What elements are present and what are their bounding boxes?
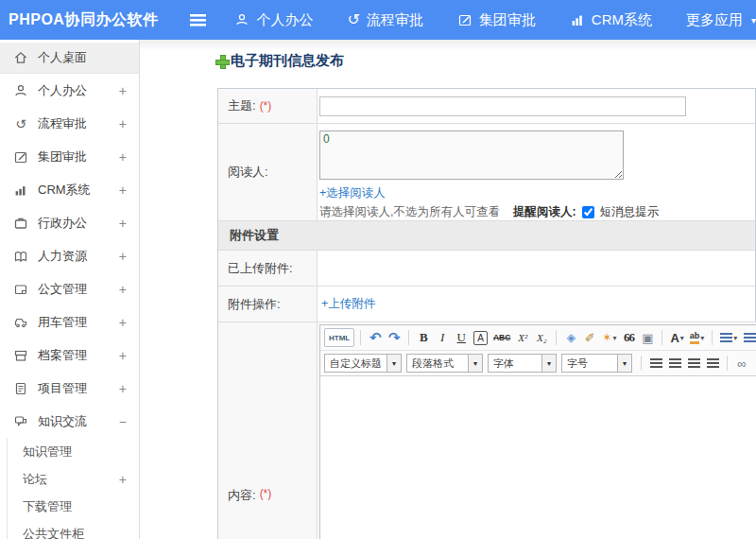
sidebar-item-crm[interactable]: CRM系统 +	[0, 173, 139, 206]
undo-icon[interactable]: ↶	[367, 328, 384, 347]
expand-plus[interactable]: +	[119, 149, 127, 165]
font-color-button[interactable]: A ▾	[668, 328, 685, 347]
html-source-button[interactable]: HTML	[324, 328, 354, 347]
unordered-list-button[interactable]	[741, 328, 756, 347]
upload-attachment-link[interactable]: +上传附件	[321, 296, 375, 312]
bold-button[interactable]: B	[415, 328, 432, 347]
sidebar-item-workflow-approval[interactable]: ↺ 流程审批 +	[0, 107, 139, 140]
sidebar-item-label: 流程审批	[38, 115, 87, 132]
expand-plus[interactable]: +	[119, 216, 127, 231]
page-title: 电子期刊信息发布	[231, 52, 344, 70]
archive-icon	[13, 348, 28, 363]
paragraph-format-select[interactable]: 段落格式 ▾	[406, 354, 483, 373]
paste-icon[interactable]: ▣	[639, 328, 656, 347]
sidebar-subitem-download-mgmt[interactable]: 下载管理	[8, 493, 139, 520]
rich-text-editor: HTML ↶ ↷ B I U A ABC X² X₂	[319, 324, 756, 539]
strikethrough-button[interactable]: ABC	[491, 328, 512, 347]
topnav-label: 流程审批	[367, 11, 423, 29]
readers-textarea[interactable]: 0	[319, 130, 624, 180]
sidebar-item-label: 档案管理	[38, 347, 87, 364]
superscript-button[interactable]: X²	[514, 328, 531, 347]
align-center-icon	[669, 358, 681, 368]
insert-link-icon[interactable]: ∞	[733, 354, 750, 373]
blockquote-button[interactable]: 66	[620, 328, 637, 347]
chevron-down-icon: ▾	[468, 355, 482, 372]
app-window: PHPOA协同办公软件 个人办公 ↺ 流程审批	[0, 0, 756, 539]
attachment-op-label: 附件操作:	[228, 296, 281, 313]
topnav-group-approval[interactable]: 集团审批	[457, 11, 536, 29]
subject-input[interactable]	[319, 96, 686, 116]
expand-plus[interactable]: +	[119, 282, 127, 297]
sidebar-item-label: 公文管理	[38, 281, 87, 298]
sidebar-item-label: 论坛	[23, 471, 47, 488]
readers-label: 阅读人:	[228, 164, 268, 181]
sidebar-item-admin-office[interactable]: 行政办公 +	[0, 206, 139, 239]
expand-plus[interactable]: +	[119, 183, 127, 198]
content-label: 内容:	[228, 487, 256, 504]
justify-button[interactable]	[704, 354, 721, 373]
sidebar-item-archive-mgmt[interactable]: 档案管理 +	[0, 339, 139, 372]
expand-plus[interactable]: +	[119, 249, 127, 264]
format-brush-icon[interactable]: ✐	[581, 328, 598, 347]
font-family-select[interactable]: 字体 ▾	[488, 354, 557, 373]
sidebar-item-group-approval[interactable]: 集团审批 +	[0, 140, 139, 173]
content-row: 内容: (*) HTML ↶ ↷ B I U	[218, 322, 755, 539]
bar-chart-icon	[570, 12, 585, 27]
subject-row: 主题: (*)	[218, 89, 755, 124]
font-style-button[interactable]: A	[473, 331, 488, 345]
sidebar-item-label: 用车管理	[38, 314, 87, 331]
align-center-button[interactable]	[666, 354, 683, 373]
sidebar-item-project-mgmt[interactable]: 项目管理 +	[0, 372, 139, 405]
align-right-button[interactable]	[685, 354, 702, 373]
person-icon	[13, 83, 28, 98]
sidebar: 个人桌面 个人办公 + ↺ 流程审批 + 集团审批	[0, 40, 140, 539]
subscript-button[interactable]: X₂	[533, 328, 550, 347]
sidebar-subitem-knowledge-mgmt[interactable]: 知识管理	[8, 438, 139, 465]
ordered-list-button[interactable]: ▾	[718, 328, 739, 347]
topnav-more-apps[interactable]: 更多应用 ▾	[686, 11, 756, 29]
sidebar-item-hr[interactable]: 人力资源 +	[0, 239, 139, 272]
hamburger-menu-icon[interactable]	[190, 14, 206, 26]
sidebar-item-label: 项目管理	[38, 380, 87, 397]
font-size-select[interactable]: 字号 ▾	[561, 354, 632, 373]
magic-wand-icon: ✶	[602, 331, 611, 344]
sidebar-item-label: 个人桌面	[38, 49, 87, 66]
car-icon	[13, 315, 28, 330]
expand-plus[interactable]: +	[119, 381, 127, 396]
notebook-icon	[13, 381, 28, 396]
sidebar-item-knowledge-exchange[interactable]: 知识交流 −	[0, 405, 139, 438]
remove-link-icon[interactable]: ∞	[752, 354, 756, 373]
topnav-personal-office[interactable]: 个人办公	[234, 11, 313, 29]
highlight-color-button[interactable]: ab ▾	[688, 328, 707, 347]
sidebar-item-personal-office[interactable]: 个人办公 +	[0, 74, 139, 107]
topnav-workflow-approval[interactable]: ↺ 流程审批	[347, 11, 422, 29]
expand-plus[interactable]: +	[119, 315, 127, 330]
expand-plus[interactable]: +	[119, 116, 127, 131]
expand-plus[interactable]: +	[119, 83, 127, 98]
redo-icon[interactable]: ↷	[386, 328, 403, 347]
publish-form: 主题: (*) 阅读人: 0 +选择阅读人 请选择阅	[217, 88, 756, 539]
expand-plus[interactable]: +	[119, 472, 127, 487]
custom-title-select[interactable]: 自定义标题 ▾	[324, 354, 402, 373]
sidebar-item-document-mgmt[interactable]: 公文管理 +	[0, 272, 139, 305]
underline-button[interactable]: U	[453, 328, 470, 347]
topnav-crm[interactable]: CRM系统	[570, 11, 652, 29]
sidebar-subitem-public-cabinet[interactable]: 公共文件柜	[8, 520, 139, 539]
required-mark: (*)	[260, 99, 272, 113]
sidebar-item-label: 行政办公	[38, 215, 87, 232]
sidebar-subitem-forum[interactable]: 论坛 +	[8, 465, 139, 493]
editor-toolbar-row1: HTML ↶ ↷ B I U A ABC X² X₂	[320, 325, 756, 351]
sidebar-item-vehicle-mgmt[interactable]: 用车管理 +	[0, 305, 139, 339]
auto-typeset-button[interactable]: ✶ ▾	[600, 328, 618, 347]
sidebar-item-desktop[interactable]: 个人桌面	[0, 43, 139, 74]
remove-format-icon[interactable]: ◈	[562, 328, 579, 347]
expand-plus[interactable]: +	[119, 348, 127, 363]
sms-remind-checkbox[interactable]	[582, 206, 594, 218]
bar-chart-icon	[13, 183, 28, 198]
align-left-button[interactable]	[647, 354, 664, 373]
italic-button[interactable]: I	[434, 328, 451, 347]
editor-content-area[interactable]	[320, 376, 756, 539]
select-readers-link[interactable]: +选择阅读人	[319, 186, 386, 200]
collapse-minus[interactable]: −	[119, 414, 127, 429]
highlighter-icon: ab	[690, 331, 700, 344]
